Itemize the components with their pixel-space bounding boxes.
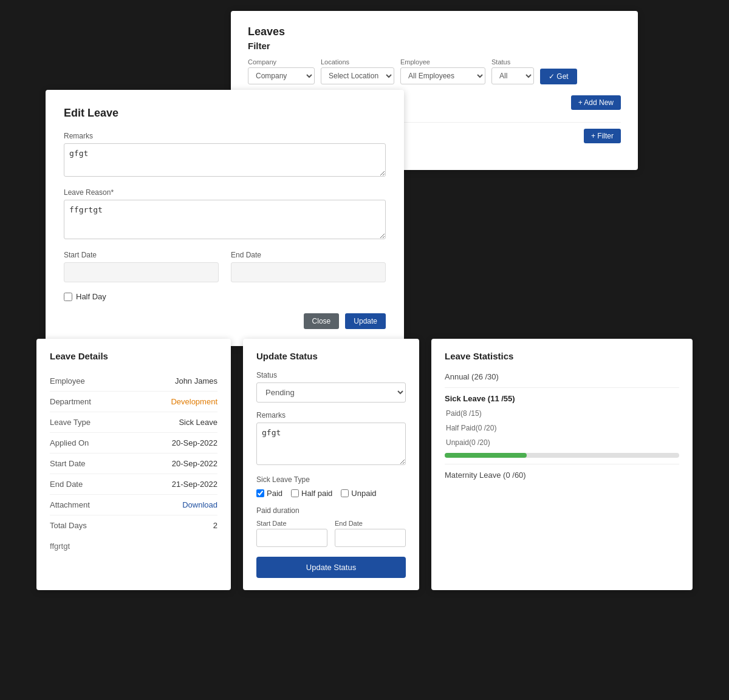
us-status-label: Status: [256, 371, 406, 379]
detail-start-date-row: Start Date 20-Sep-2022: [50, 454, 217, 474]
employee-label: Employee: [400, 58, 485, 66]
annual-stat: Annual (26 /30): [445, 372, 679, 381]
start-date-group: Start Date 2022-09-20: [64, 251, 219, 282]
filter-heading: Filter: [248, 41, 621, 51]
dept-detail-label: Department: [50, 397, 91, 406]
update-status-title: Update Status: [256, 351, 406, 361]
close-button[interactable]: Close: [304, 313, 340, 329]
half-paid-checkbox-label[interactable]: Half paid: [291, 489, 332, 498]
sick-leave-bar: [445, 453, 679, 458]
filter-button[interactable]: + Filter: [584, 129, 621, 143]
status-label: Status: [491, 58, 534, 66]
remarks-group: Remarks gfgt: [64, 132, 386, 178]
employee-select[interactable]: All Employees: [400, 67, 485, 84]
paid-duration-dates: Start Date 2022-09-20 End Date 2022-09-2…: [256, 520, 406, 547]
end-date-input[interactable]: 2022-09-21: [231, 262, 386, 282]
company-select[interactable]: Company: [248, 67, 315, 84]
half-day-row: Half Day: [64, 292, 386, 301]
pd-end-date-input[interactable]: 2022-09-21: [335, 529, 406, 547]
employee-detail-label: Employee: [50, 376, 85, 386]
leave-details-title: Leave Details: [50, 351, 217, 361]
applied-on-label: Applied On: [50, 438, 89, 447]
sick-leave-label: Sick Leave (11 /55): [445, 394, 679, 403]
total-days-value: 2: [213, 521, 217, 530]
applied-on-row: Applied On 20-Sep-2022: [50, 433, 217, 454]
detail-end-date-row: End Date 21-Sep-2022: [50, 474, 217, 495]
edit-leave-title: Edit Leave: [64, 107, 386, 120]
leave-type-row: Leave Type Sick Leave: [50, 412, 217, 433]
sick-leave-type-checkboxes: Paid Half paid Unpaid: [256, 489, 406, 498]
action-buttons: Close Update: [64, 313, 386, 329]
detail-end-date-value: 21-Sep-2022: [172, 480, 217, 489]
add-new-button[interactable]: + Add New: [571, 95, 621, 110]
detail-start-date-value: 20-Sep-2022: [172, 459, 217, 468]
paid-stat: Paid(8 /15): [445, 409, 679, 418]
leave-reason-label: Leave Reason*: [64, 188, 386, 197]
leave-type-detail-label: Leave Type: [50, 418, 91, 427]
detail-start-date-label: Start Date: [50, 459, 86, 468]
attachment-label: Attachment: [50, 500, 90, 509]
paid-stat-label: Paid(8 /15): [445, 409, 679, 418]
employee-detail-value: John James: [175, 376, 217, 386]
total-days-row: Total Days 2: [50, 515, 217, 535]
us-remarks-textarea[interactable]: gfgt: [256, 423, 406, 465]
date-row: Start Date 2022-09-20 End Date 2022-09-2…: [64, 251, 386, 292]
end-date-label: End Date: [231, 251, 386, 259]
update-button[interactable]: Update: [345, 313, 386, 329]
us-status-select[interactable]: Pending: [256, 382, 406, 403]
unpaid-stat-label: Unpaid(0 /20): [445, 438, 679, 447]
applied-on-value: 20-Sep-2022: [172, 438, 217, 447]
remarks-label: Remarks: [64, 132, 386, 140]
sick-leave-stat: Sick Leave (11 /55): [445, 394, 679, 403]
locations-label: Locations: [321, 58, 394, 66]
unpaid-checkbox[interactable]: [341, 489, 349, 497]
start-date-label: Start Date: [64, 251, 219, 259]
us-remarks-label: Remarks: [256, 411, 406, 420]
pd-end-date-label: End Date: [335, 520, 406, 527]
half-paid-stat-label: Half Paid(0 /20): [445, 424, 679, 432]
employee-filter-group: Employee All Employees: [400, 58, 485, 84]
department-row: Department Development: [50, 392, 217, 412]
paid-duration-label: Paid duration: [256, 506, 406, 515]
status-select[interactable]: All: [491, 67, 534, 84]
edit-leave-panel: Edit Leave Remarks gfgt Leave Reason* ff…: [46, 90, 404, 346]
half-day-checkbox[interactable]: [64, 293, 72, 301]
detail-end-date-label: End Date: [50, 480, 83, 489]
leave-stats-title: Leave Statistics: [445, 351, 679, 361]
half-paid-checkbox[interactable]: [291, 489, 299, 497]
leave-stats-panel: Leave Statistics Annual (26 /30) Sick Le…: [431, 339, 693, 590]
annual-label: Annual (26 /30): [445, 372, 679, 381]
leave-details-panel: Leave Details Employee John James Depart…: [36, 339, 231, 590]
sick-leave-type-label: Sick Leave Type: [256, 475, 406, 484]
paid-checkbox-label[interactable]: Paid: [256, 489, 282, 498]
get-button[interactable]: ✓ Get: [540, 69, 577, 84]
locations-select[interactable]: Select Location: [321, 67, 394, 84]
employee-row: Employee John James: [50, 371, 217, 392]
leave-reason-textarea[interactable]: ffgrtgt: [64, 200, 386, 239]
half-day-label: Half Day: [76, 292, 106, 301]
pd-start-date-group: Start Date 2022-09-20: [256, 520, 327, 547]
pd-start-date-label: Start Date: [256, 520, 327, 527]
remark-text: ffgrtgt: [50, 542, 217, 551]
attachment-download-link[interactable]: Download: [182, 500, 217, 509]
unpaid-checkbox-label[interactable]: Unpaid: [341, 489, 376, 498]
company-label: Company: [248, 58, 315, 66]
update-status-button[interactable]: Update Status: [256, 557, 406, 578]
leave-reason-group: Leave Reason* ffgrtgt: [64, 188, 386, 241]
update-status-panel: Update Status Status Pending Remarks gfg…: [243, 339, 419, 590]
end-date-group: End Date 2022-09-21: [231, 251, 386, 282]
filter-row: Company Company Locations Select Locatio…: [248, 58, 621, 84]
locations-filter-group: Locations Select Location: [321, 58, 394, 84]
remarks-textarea[interactable]: gfgt: [64, 143, 386, 177]
pd-end-date-group: End Date 2022-09-21: [335, 520, 406, 547]
maternity-label: Maternity Leave (0 /60): [445, 471, 679, 480]
attachment-row: Attachment Download: [50, 495, 217, 515]
start-date-input[interactable]: 2022-09-20: [64, 262, 219, 282]
bottom-section: Leave Details Employee John James Depart…: [36, 339, 693, 590]
status-filter-group: Status All: [491, 58, 534, 84]
paid-checkbox[interactable]: [256, 489, 264, 497]
dept-detail-value: Development: [171, 397, 217, 406]
leave-type-detail-value: Sick Leave: [179, 418, 217, 427]
pd-start-date-input[interactable]: 2022-09-20: [256, 529, 327, 547]
unpaid-stat: Unpaid(0 /20): [445, 438, 679, 447]
